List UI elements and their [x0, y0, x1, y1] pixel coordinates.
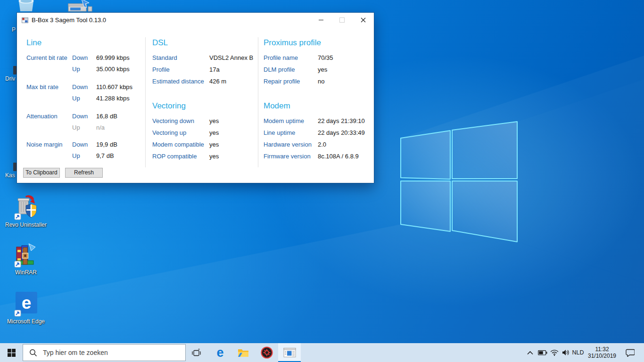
desktop-icon-label: Microsoft Edge — [3, 318, 49, 325]
tray-clock[interactable]: 11:32 31/10/2019 — [586, 343, 618, 362]
stat-value: 16,8 dB — [96, 113, 117, 120]
section-header: Proximus profile — [264, 38, 321, 48]
taskbar-search[interactable] — [23, 344, 186, 361]
stat-label: Firmware version — [264, 153, 311, 160]
desktop: P Driv Kas Revo Uninstaller — [0, 0, 644, 362]
setup-app-icon[interactable] — [58, 0, 103, 12]
stat-value: 426 m — [209, 78, 226, 85]
desktop-icon-winrar[interactable]: WinRAR — [3, 243, 49, 276]
stat-label: Estimated distance — [152, 78, 204, 85]
speaker-icon — [562, 349, 570, 356]
section-header: DSL — [152, 38, 168, 48]
battery-icon — [538, 350, 547, 355]
desktop-icon-label-fragment[interactable]: P — [12, 26, 16, 33]
stat-value: 110.607 kbps — [96, 83, 132, 90]
winrar-glyph — [13, 243, 39, 268]
direction-label: Down — [72, 141, 88, 148]
stat-label: Standard — [152, 54, 177, 61]
stat-value: no — [318, 78, 324, 85]
tray-wifi-button[interactable] — [549, 343, 560, 362]
taskbar: e — [0, 343, 644, 362]
desktop-icon-label: Revo Uninstaller — [3, 222, 49, 228]
desktop-icon-label-fragment[interactable]: Driv — [5, 75, 15, 82]
section-header: Modem — [264, 101, 290, 111]
stat-value: 2.0 — [318, 141, 326, 148]
stat-label: Profile — [152, 66, 170, 73]
revo-red-icon — [261, 346, 273, 359]
column-divider — [258, 37, 258, 167]
direction-label: Up — [72, 152, 80, 159]
to-clipboard-button[interactable]: To Clipboard — [23, 168, 60, 178]
recycle-bin-glyph — [15, 0, 37, 12]
dsl-vectoring-section: DSL Standard VDSL2 Annex B Profile 17a E… — [152, 13, 257, 183]
refresh-button[interactable]: Refresh — [65, 168, 103, 178]
stat-label: Vectoring down — [152, 117, 194, 124]
direction-label: Down — [72, 54, 88, 61]
desktop-icon-label: WinRAR — [3, 269, 49, 276]
column-divider — [145, 37, 146, 167]
desktop-icon-label-fragment[interactable]: Kas — [5, 172, 15, 179]
desktop-icon-microsoft-edge[interactable]: e Microsoft Edge — [3, 291, 49, 325]
hidden-desktop-icon-fragment[interactable] — [13, 163, 17, 171]
tray-language-indicator[interactable]: NLD — [570, 343, 586, 362]
stat-value: yes — [209, 129, 219, 136]
stat-label: Current bit rate — [26, 54, 67, 61]
task-view-button[interactable] — [188, 343, 205, 362]
stat-label: Vectoring up — [152, 129, 186, 136]
stat-label: Attenuation — [26, 113, 58, 120]
stat-value: 35.000 kbps — [96, 66, 130, 73]
bbox-app-icon — [283, 347, 296, 358]
setup-app-glyph — [67, 0, 93, 12]
stat-label: ROP compatible — [152, 153, 197, 160]
hidden-desktop-icon-fragment[interactable] — [13, 66, 17, 74]
line-section: Line Current bit rate Down 69.999 kbps U… — [26, 13, 144, 183]
desktop-icon-revo-uninstaller[interactable]: Revo Uninstaller — [3, 194, 49, 228]
search-icon — [29, 349, 37, 357]
stat-label: Modem compatible — [152, 141, 204, 148]
wifi-icon — [550, 349, 559, 356]
tray-expand-button[interactable] — [524, 343, 536, 362]
stat-value: n/a — [96, 124, 105, 131]
stat-value: 19,9 dB — [96, 141, 117, 148]
bbox-sagem-tool-window: B-Box 3 Sagem Tool 0.13.0 Line Current b… — [17, 12, 374, 183]
revo-uninstaller-glyph — [13, 194, 39, 221]
section-header: Line — [26, 38, 41, 48]
stat-value: yes — [209, 153, 219, 160]
tray-volume-button[interactable] — [560, 343, 571, 362]
recycle-bin-icon[interactable] — [4, 0, 48, 12]
start-button[interactable] — [0, 343, 23, 362]
svg-text:e: e — [22, 293, 32, 313]
stat-label: Repair profile — [264, 78, 300, 85]
taskbar-file-explorer-button[interactable] — [234, 343, 253, 362]
stat-value: 22 days 21:39:10 — [318, 117, 365, 124]
chevron-up-icon — [527, 350, 534, 355]
direction-label: Up — [72, 124, 80, 131]
stat-value: VDSL2 Annex B — [209, 54, 253, 61]
taskbar-revo-button[interactable] — [257, 343, 276, 362]
section-header: Vectoring — [152, 101, 186, 111]
direction-label: Down — [72, 83, 88, 90]
stat-label: Noise margin — [26, 141, 63, 148]
stat-value: 22 days 20:33:49 — [318, 129, 365, 136]
direction-label: Down — [72, 113, 88, 120]
stat-label: DLM profile — [264, 66, 295, 73]
stat-value: 69.999 kbps — [96, 54, 130, 61]
action-center-button[interactable] — [621, 343, 638, 362]
search-input[interactable] — [42, 348, 185, 357]
stat-value: 70/35 — [318, 54, 333, 61]
taskbar-edge-button[interactable]: e — [211, 343, 229, 362]
stat-value: yes — [318, 66, 327, 73]
edge-icon: e — [216, 346, 223, 359]
tray-time: 11:32 — [586, 346, 618, 353]
stat-label: Modem uptime — [264, 117, 304, 124]
taskbar-active-app-button[interactable] — [278, 343, 301, 362]
windows-start-icon — [8, 349, 16, 357]
stat-label: Max bit rate — [26, 83, 58, 90]
stat-value: 17a — [209, 66, 220, 73]
tray-battery-button[interactable] — [537, 343, 549, 362]
action-center-icon — [626, 349, 635, 357]
stat-label: Line uptime — [264, 129, 295, 136]
stat-value: 8c.108A / 6.8.9 — [318, 153, 359, 160]
stat-value: yes — [209, 117, 219, 124]
stat-value: 41.288 kbps — [96, 95, 130, 102]
